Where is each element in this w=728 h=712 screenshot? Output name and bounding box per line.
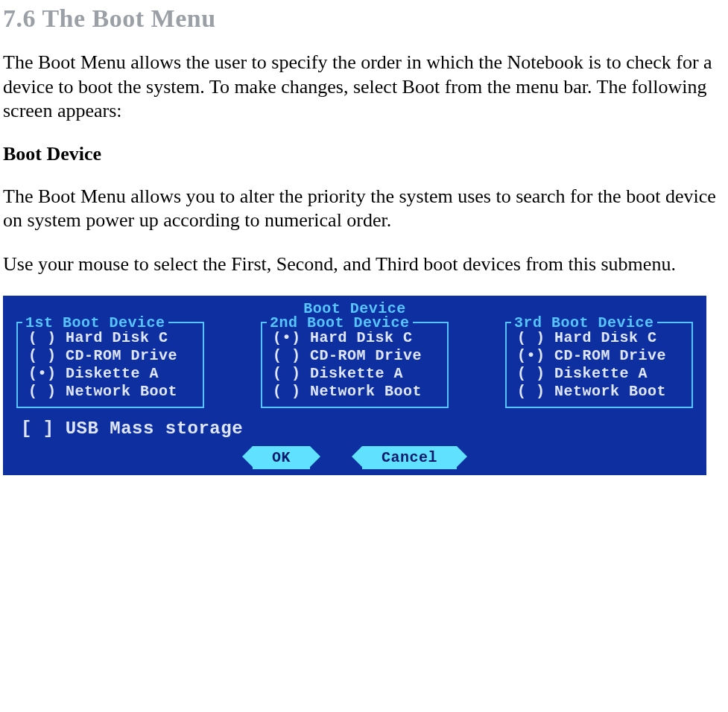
radio-mark: ( ) (28, 383, 57, 400)
radio-3rd-network-boot[interactable]: ( ) Network Boot (517, 383, 681, 401)
checkbox-mark: [ ] (21, 419, 54, 439)
radio-mark: ( ) (273, 365, 301, 382)
boot-device-subhead: Boot Device (3, 143, 722, 165)
section-title: 7.6 The Boot Menu (3, 4, 722, 33)
intro-paragraph: The Boot Menu allows the user to specify… (3, 51, 722, 124)
radio-mark: ( ) (273, 347, 301, 364)
triangle-left-icon (242, 446, 253, 467)
radio-2nd-network-boot[interactable]: ( ) Network Boot (273, 383, 437, 401)
radio-mark: (•) (28, 365, 57, 382)
group-1st-boot-device: 1st Boot Device ( ) Hard Disk C ( ) CD-R… (16, 322, 204, 408)
radio-1st-cdrom-drive[interactable]: ( ) CD-ROM Drive (28, 347, 192, 365)
bios-boot-device-window: Boot Device 1st Boot Device ( ) Hard Dis… (3, 296, 706, 475)
radio-3rd-hard-disk-c[interactable]: ( ) Hard Disk C (517, 329, 681, 347)
group-3rd-boot-device: 3rd Boot Device ( ) Hard Disk C (•) CD-R… (505, 322, 693, 408)
radio-mark: ( ) (517, 365, 545, 382)
radio-mark: ( ) (28, 347, 57, 364)
triangle-left-icon (352, 446, 362, 467)
description-paragraph-2: Use your mouse to select the First, Seco… (3, 252, 722, 277)
radio-3rd-cdrom-drive[interactable]: (•) CD-ROM Drive (517, 347, 681, 365)
radio-1st-hard-disk-c[interactable]: ( ) Hard Disk C (28, 329, 192, 347)
radio-2nd-cdrom-drive[interactable]: ( ) CD-ROM Drive (273, 347, 437, 365)
checkbox-usb-mass-storage[interactable]: [ ] USB Mass storage (21, 419, 700, 439)
radio-mark: ( ) (517, 383, 545, 400)
radio-mark: (•) (517, 347, 545, 364)
radio-3rd-diskette-a[interactable]: ( ) Diskette A (517, 365, 681, 383)
triangle-right-icon (310, 446, 320, 467)
radio-mark: ( ) (273, 383, 301, 400)
group-2nd-boot-device: 2nd Boot Device (•) Hard Disk C ( ) CD-R… (261, 322, 449, 408)
boot-device-groups: 1st Boot Device ( ) Hard Disk C ( ) CD-R… (16, 322, 693, 408)
group-legend-3rd: 3rd Boot Device (511, 314, 657, 331)
cancel-button[interactable]: Cancel (352, 446, 467, 469)
radio-mark: ( ) (28, 329, 57, 346)
group-legend-1st: 1st Boot Device (22, 314, 168, 331)
radio-mark: ( ) (517, 329, 545, 346)
description-paragraph-1: The Boot Menu allows you to alter the pr… (3, 185, 722, 233)
radio-2nd-hard-disk-c[interactable]: (•) Hard Disk C (273, 329, 437, 347)
radio-1st-network-boot[interactable]: ( ) Network Boot (28, 383, 192, 401)
radio-2nd-diskette-a[interactable]: ( ) Diskette A (273, 365, 437, 383)
group-legend-2nd: 2nd Boot Device (267, 314, 413, 331)
ok-button[interactable]: OK (242, 446, 320, 469)
radio-mark: (•) (273, 329, 301, 346)
triangle-right-icon (457, 446, 467, 467)
radio-1st-diskette-a[interactable]: (•) Diskette A (28, 365, 192, 383)
